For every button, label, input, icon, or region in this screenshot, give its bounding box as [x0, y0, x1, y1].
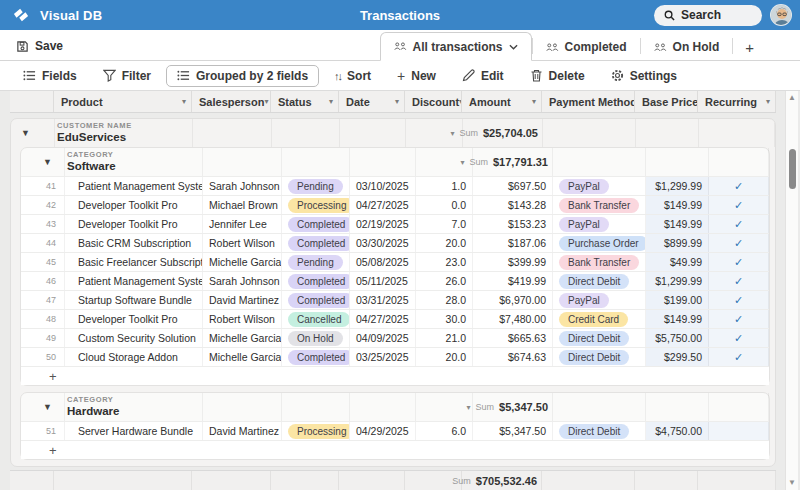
- payment-method-pill[interactable]: PayPal: [559, 179, 609, 194]
- cell-payment-method[interactable]: Bank Transfer: [553, 253, 646, 271]
- cell-amount[interactable]: $6,970.00: [473, 291, 553, 309]
- payment-method-pill[interactable]: PayPal: [559, 217, 609, 232]
- cell-payment-method[interactable]: Direct Debit: [553, 422, 646, 440]
- edit-button[interactable]: Edit: [451, 65, 515, 87]
- cell-base-price[interactable]: $899.99: [646, 234, 709, 252]
- vertical-scrollbar[interactable]: ▲ ▼: [785, 91, 798, 490]
- column-menu-caret-icon[interactable]: ▾: [182, 97, 186, 106]
- payment-method-pill[interactable]: PayPal: [559, 293, 609, 308]
- column-menu-caret-icon[interactable]: ▾: [532, 97, 536, 106]
- cell-payment-method[interactable]: PayPal: [553, 291, 646, 309]
- cell-date[interactable]: 05/08/2025: [350, 253, 416, 271]
- cell-amount[interactable]: $153.23: [473, 215, 553, 233]
- cell-discount[interactable]: 21.0: [416, 329, 473, 347]
- cell-date[interactable]: 04/29/2025: [350, 422, 416, 440]
- cell-discount[interactable]: 20.0: [416, 348, 473, 366]
- cell-base-price[interactable]: $199.00: [646, 291, 709, 309]
- cell-payment-method[interactable]: Bank Transfer: [553, 196, 646, 214]
- cell-product[interactable]: Developer Toolkit Pro: [65, 310, 203, 328]
- cell-product[interactable]: Developer Toolkit Pro: [65, 196, 203, 214]
- status-pill[interactable]: Cancelled: [288, 312, 350, 327]
- status-pill[interactable]: Processing: [288, 198, 350, 213]
- cell-status[interactable]: Processing: [282, 422, 350, 440]
- cell-discount[interactable]: 1.0: [416, 177, 473, 195]
- cell-amount[interactable]: $7,480.00: [473, 310, 553, 328]
- cell-payment-method[interactable]: Direct Debit: [553, 329, 646, 347]
- status-pill[interactable]: Completed: [288, 217, 350, 232]
- cell-amount[interactable]: $419.99: [473, 272, 553, 290]
- cell-status[interactable]: On Hold: [282, 329, 350, 347]
- cell-status[interactable]: Cancelled: [282, 310, 350, 328]
- cell-status[interactable]: Completed: [282, 272, 350, 290]
- delete-button[interactable]: Delete: [519, 65, 596, 87]
- cell-salesperson[interactable]: Sarah Johnson: [203, 177, 282, 195]
- column-header-discount[interactable]: Discount▾: [405, 91, 462, 112]
- cell-recurring[interactable]: ✓: [709, 348, 769, 366]
- cell-recurring[interactable]: ✓: [709, 329, 769, 347]
- table-row[interactable]: 43Developer Toolkit ProJennifer LeeCompl…: [21, 214, 769, 233]
- payment-method-pill[interactable]: Direct Debit: [559, 331, 629, 346]
- table-row[interactable]: 49Custom Security SolutionMichelle Garci…: [21, 328, 769, 347]
- tab-completed[interactable]: Completed: [533, 34, 640, 60]
- status-pill[interactable]: Pending: [288, 255, 343, 270]
- payment-method-pill[interactable]: Direct Debit: [559, 274, 629, 289]
- table-row[interactable]: 48Developer Toolkit ProRobert WilsonCanc…: [21, 309, 769, 328]
- cell-date[interactable]: 03/25/2025: [350, 348, 416, 366]
- cell-recurring[interactable]: ✓: [709, 234, 769, 252]
- cell-status[interactable]: Pending: [282, 177, 350, 195]
- cell-discount[interactable]: 0.0: [416, 196, 473, 214]
- cell-salesperson[interactable]: Michelle Garcia: [203, 329, 282, 347]
- column-header-date[interactable]: Date▾: [339, 91, 405, 112]
- column-menu-caret-icon[interactable]: ▾: [395, 97, 399, 106]
- cell-product[interactable]: Patient Management System: [65, 272, 203, 290]
- cell-recurring[interactable]: ✓: [709, 272, 769, 290]
- cell-product[interactable]: Developer Toolkit Pro: [65, 215, 203, 233]
- column-header-amount[interactable]: Amount▾: [462, 91, 542, 112]
- cell-status[interactable]: Completed: [282, 348, 350, 366]
- column-header-status[interactable]: Status▾: [271, 91, 339, 112]
- status-pill[interactable]: On Hold: [288, 331, 343, 346]
- cell-amount[interactable]: $665.63: [473, 329, 553, 347]
- cell-product[interactable]: Custom Security Solution: [65, 329, 203, 347]
- cell-date[interactable]: 05/11/2025: [350, 272, 416, 290]
- cell-base-price[interactable]: $149.99: [646, 215, 709, 233]
- cell-product[interactable]: Server Hardware Bundle: [65, 422, 203, 440]
- scroll-thumb[interactable]: [789, 149, 796, 189]
- payment-method-pill[interactable]: Direct Debit: [559, 350, 629, 365]
- save-button[interactable]: Save: [16, 39, 63, 53]
- scroll-up-icon[interactable]: ▲: [788, 91, 796, 105]
- payment-method-pill[interactable]: Direct Debit: [559, 424, 629, 439]
- cell-base-price[interactable]: $1,299.99: [646, 272, 709, 290]
- scroll-down-icon[interactable]: ▼: [788, 476, 796, 490]
- status-pill[interactable]: Completed: [288, 274, 350, 289]
- table-row[interactable]: 47Startup Software BundleDavid MartinezC…: [21, 290, 769, 309]
- filter-button[interactable]: Filter: [92, 65, 162, 87]
- column-header-base-price[interactable]: Base Price▾: [635, 91, 698, 112]
- sum-menu-caret-icon[interactable]: ▾: [467, 403, 471, 412]
- column-header-product[interactable]: Product▾: [54, 91, 192, 112]
- cell-product[interactable]: Basic Freelancer Subscription: [65, 253, 203, 271]
- cell-amount[interactable]: $187.06: [473, 234, 553, 252]
- cell-status[interactable]: Pending: [282, 253, 350, 271]
- cell-payment-method[interactable]: Purchase Order: [553, 234, 646, 252]
- cell-base-price[interactable]: $149.99: [646, 310, 709, 328]
- cell-discount[interactable]: 23.0: [416, 253, 473, 271]
- cell-date[interactable]: 04/27/2025: [350, 310, 416, 328]
- cell-product[interactable]: Cloud Storage Addon: [65, 348, 203, 366]
- collapse-group-button[interactable]: ▼: [21, 393, 65, 421]
- cell-recurring[interactable]: ✓: [709, 310, 769, 328]
- add-view-tab-button[interactable]: +: [733, 34, 766, 60]
- cell-status[interactable]: Processing: [282, 196, 350, 214]
- table-row[interactable]: 42Developer Toolkit ProMichael BrownProc…: [21, 195, 769, 214]
- cell-payment-method[interactable]: PayPal: [553, 177, 646, 195]
- cell-product[interactable]: Basic CRM Subscription: [65, 234, 203, 252]
- payment-method-pill[interactable]: Credit Card: [559, 312, 628, 327]
- table-row[interactable]: 41Patient Management SystemSarah Johnson…: [21, 176, 769, 195]
- group-sum-cell[interactable]: ▾Sum$25,704.05: [463, 119, 543, 147]
- collapse-group-button[interactable]: ▼: [11, 119, 55, 147]
- sum-menu-caret-icon[interactable]: ▾: [460, 158, 464, 167]
- cell-salesperson[interactable]: David Martinez: [203, 291, 282, 309]
- status-pill[interactable]: Pending: [288, 179, 343, 194]
- cell-base-price[interactable]: $4,750.00: [646, 422, 709, 440]
- collapse-group-button[interactable]: ▼: [21, 148, 65, 176]
